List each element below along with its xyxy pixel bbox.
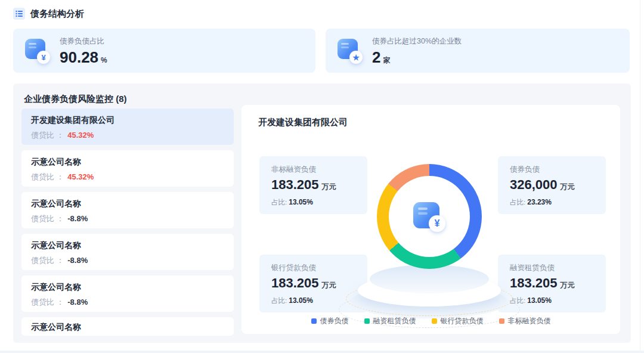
company-name: 示意公司名称 (31, 240, 224, 250)
legend-swatch (499, 318, 504, 324)
summary-card-companies-over-30: ★ 债券占比超过30%的企业数 2 家 (326, 29, 630, 73)
debt-value-number: 183.205 (271, 277, 319, 290)
company-ratio: 债贷比 ： 45.32% (31, 172, 224, 182)
debt-card-value: 326,000 万元 (510, 178, 594, 191)
ratio-value: -8.8% (67, 298, 88, 306)
yen-icon: ¥ (429, 215, 445, 232)
legend-item[interactable]: 债券负债 (311, 316, 349, 326)
debt-card-nonstandard: 非标融资负债 183.205 万元 占比:13.05% (259, 156, 367, 214)
chart-legend: 债券负债融资租赁负债银行贷款负债非标融资负债 (242, 316, 620, 326)
summary-value-unit: % (101, 57, 107, 64)
debt-value-number: 183.205 (510, 277, 558, 290)
summary-card-value: 90.28 % (60, 49, 107, 65)
company-list-item[interactable]: 示意公司名称 债贷比 ： -8.8% (21, 192, 234, 228)
company-ratio: 债贷比 ： -8.8% (31, 297, 224, 308)
company-list-item[interactable]: 示意公司名称 债贷比 ： -8.8% (21, 234, 234, 270)
company-name: 开发建设集团有限公司 (31, 114, 224, 125)
legend-swatch (432, 318, 437, 324)
list-icon (13, 8, 25, 20)
ratio-label: 债贷比 ： (31, 256, 64, 265)
summary-card-text: 债券负债占比 90.28 % (60, 36, 107, 65)
company-name: 示意公司名称 (31, 281, 224, 292)
company-list-item[interactable]: 开发建设集团有限公司 债贷比 ： 45.32% (21, 109, 234, 145)
summary-card-value: 2 家 (372, 49, 462, 65)
company-name: 示意公司名称 (31, 321, 224, 332)
donut-hole: ¥ (389, 176, 470, 257)
section-header: 债务结构分析 (13, 8, 84, 20)
summary-value-unit: 家 (383, 57, 390, 64)
share-value: 13.05% (527, 296, 552, 305)
legend-swatch (364, 318, 370, 324)
debt-card-share: 占比:23.23% (510, 198, 594, 207)
star-icon: ★ (349, 51, 363, 64)
debt-card-value: 183.205 万元 (510, 277, 594, 290)
company-list-item[interactable]: 示意公司名称 债贷比 ： 45.32% (21, 150, 234, 187)
page-title: 债务结构分析 (30, 8, 84, 20)
legend-item[interactable]: 融资租赁负债 (364, 316, 416, 326)
ratio-value: 45.32% (67, 172, 94, 181)
risk-monitor-section: 企业债券负债风险监控 (8) 开发建设集团有限公司 债贷比 ： 45.32% 示… (13, 83, 631, 343)
company-list-item[interactable]: 示意公司名称 (21, 317, 234, 336)
debt-card-share: 占比:13.05% (271, 198, 355, 207)
debt-card-label: 银行贷款负债 (271, 263, 355, 273)
company-ratio: 债贷比 ： -8.8% (31, 213, 224, 224)
star-badge-icon: ★ (338, 38, 363, 64)
legend-label: 银行贷款负债 (441, 316, 484, 326)
share-label: 占比: (271, 297, 287, 304)
summary-value-number: 2 (372, 49, 380, 65)
donut-chart[interactable]: ¥ (377, 164, 482, 269)
share-label: 占比: (510, 199, 525, 206)
share-value: 13.05% (289, 198, 313, 206)
ratio-value: -8.8% (67, 214, 88, 223)
debt-value-unit: 万元 (561, 183, 575, 190)
ratio-label: 债贷比 ： (31, 298, 64, 306)
legend-item[interactable]: 非标融资负债 (499, 316, 551, 326)
debt-card-label: 非标融资负债 (271, 165, 355, 175)
share-label: 占比: (271, 199, 287, 206)
pedestal-top-ellipse (370, 265, 489, 293)
scrollbar-track[interactable] (640, 0, 644, 353)
next-section-edge (0, 351, 644, 353)
legend-label: 债券负债 (320, 316, 349, 326)
share-value: 13.05% (289, 296, 313, 305)
summary-card-text: 债券占比超过30%的企业数 2 家 (372, 36, 462, 65)
summary-card-label: 债券负债占比 (60, 36, 107, 47)
debt-structure-page: 债务结构分析 ¥ 债券负债占比 90.28 % ★ 债券占比超过30%的企业数 … (0, 0, 644, 353)
debt-card-label: 债券负债 (510, 165, 594, 175)
debt-card-value: 183.205 万元 (271, 277, 355, 290)
legend-label: 融资租赁负债 (373, 316, 416, 326)
ratio-label: 债贷比 ： (31, 214, 64, 223)
legend-item[interactable]: 银行贷款负债 (432, 316, 484, 326)
company-list-item[interactable]: 示意公司名称 债贷比 ： -8.8% (21, 275, 234, 312)
legend-label: 非标融资负债 (508, 316, 551, 326)
yen-icon: ¥ (37, 51, 50, 64)
summary-card-bond-debt-ratio: ¥ 债券负债占比 90.28 % (13, 29, 315, 73)
debt-card-label: 融资租赁负债 (510, 263, 594, 273)
share-value: 23.23% (527, 198, 552, 206)
debt-value-unit: 万元 (322, 281, 336, 289)
summary-card-label: 债券占比超过30%的企业数 (372, 36, 462, 47)
debt-card-share: 占比:13.05% (510, 296, 594, 305)
debt-value-number: 326,000 (510, 178, 558, 191)
company-list: 开发建设集团有限公司 债贷比 ： 45.32% 示意公司名称 债贷比 ： 45.… (21, 109, 234, 341)
company-name: 示意公司名称 (31, 156, 224, 167)
company-name: 示意公司名称 (31, 198, 224, 209)
debt-value-unit: 万元 (322, 183, 336, 190)
company-detail-panel: 开发建设集团有限公司 非标融资负债 183.205 万元 占比:13.05% 债… (242, 105, 620, 334)
legend-swatch (311, 318, 317, 324)
ratio-value: -8.8% (67, 256, 88, 265)
debt-value-number: 183.205 (271, 178, 319, 191)
debt-card-bond: 债券负债 326,000 万元 占比:23.23% (498, 156, 606, 214)
debt-value-unit: 万元 (561, 281, 575, 289)
debt-card-value: 183.205 万元 (271, 178, 355, 191)
yen-badge-icon: ¥ (413, 201, 445, 232)
yen-badge-icon: ¥ (25, 38, 50, 64)
detail-title: 开发建设集团有限公司 (258, 117, 348, 128)
company-ratio: 债贷比 ： 45.32% (31, 130, 224, 141)
company-ratio: 债贷比 ： -8.8% (31, 255, 224, 266)
ratio-label: 债贷比 ： (31, 131, 64, 140)
ratio-value: 45.32% (67, 131, 94, 140)
monitor-title: 企业债券负债风险监控 (8) (24, 94, 127, 105)
ratio-label: 债贷比 ： (31, 172, 64, 181)
summary-value-number: 90.28 (60, 49, 98, 65)
